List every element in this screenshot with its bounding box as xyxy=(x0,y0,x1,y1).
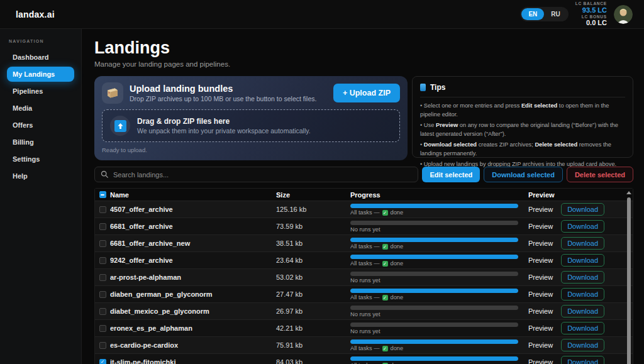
balance-block: LC BALANCE 93.5 LC LC BONUS 0.0 LC xyxy=(575,1,607,26)
download-button[interactable]: Download xyxy=(561,220,604,233)
preview-button[interactable]: Preview xyxy=(528,240,553,247)
preview-button[interactable]: Preview xyxy=(528,256,553,264)
landing-progress: No runs yet xyxy=(350,323,528,334)
bonus-label: LC BONUS xyxy=(575,14,607,19)
dropzone-title: Drag & drop ZIP files here xyxy=(137,117,311,126)
sidebar-item-media[interactable]: Media xyxy=(7,101,74,116)
upload-zip-button[interactable]: + Upload ZIP xyxy=(333,84,400,102)
lang-ru-button[interactable]: RU xyxy=(544,8,567,20)
landing-name: it-slim-pe-fitomichki xyxy=(110,358,276,364)
download-button[interactable]: Download xyxy=(561,305,604,317)
sidebar-item-billing[interactable]: Billing xyxy=(7,135,74,150)
landing-progress: All tasks —✓done xyxy=(350,356,528,364)
preview-button[interactable]: Preview xyxy=(528,290,553,298)
table-row[interactable]: eronex_es_pe_alphaman 42.21 kb No runs y… xyxy=(95,320,633,337)
upload-title: Upload landing bundles xyxy=(130,84,327,94)
sidebar-item-offers[interactable]: Offers xyxy=(7,118,74,133)
landing-progress: All tasks —✓done xyxy=(350,255,528,267)
table-body: 4507_offer_archive 125.16 kb All tasks —… xyxy=(95,201,633,364)
progress-bar xyxy=(350,356,518,361)
download-button[interactable]: Download xyxy=(561,322,604,334)
sidebar-item-settings[interactable]: Settings xyxy=(7,152,74,167)
search-input[interactable] xyxy=(94,167,418,182)
download-button[interactable]: Download xyxy=(561,339,604,351)
row-checkbox[interactable] xyxy=(99,223,106,230)
landing-size: 38.51 kb xyxy=(276,240,350,247)
preview-button[interactable]: Preview xyxy=(528,324,553,332)
toolbar: Edit selected Download selected Delete s… xyxy=(94,167,633,182)
delete-selected-button[interactable]: Delete selected xyxy=(567,167,633,182)
table-row[interactable]: 9242_offer_archive 23.64 kb All tasks —✓… xyxy=(95,252,633,269)
table-row[interactable]: diabet_mexico_pe_glyconorm 26.97 kb No r… xyxy=(95,303,633,320)
tips-list: Select one or more entries and press Edi… xyxy=(420,102,625,168)
table-scrollbar[interactable] xyxy=(626,189,631,364)
table-row[interactable]: 6681_offer_archive_new 38.51 kb All task… xyxy=(95,235,633,252)
landing-progress: All tasks —✓done xyxy=(350,339,528,351)
row-checkbox[interactable] xyxy=(99,206,106,213)
landing-progress: All tasks —✓done xyxy=(350,204,528,216)
landing-actions: Preview Download xyxy=(528,271,625,284)
row-checkbox[interactable] xyxy=(99,291,106,298)
preview-button[interactable]: Preview xyxy=(528,307,553,315)
landing-actions: Preview Download xyxy=(528,237,625,250)
column-header-preview[interactable]: Preview xyxy=(528,191,625,199)
preview-button[interactable]: Preview xyxy=(528,273,553,281)
row-checkbox[interactable] xyxy=(99,342,106,349)
table-row[interactable]: 6681_offer_archive 73.59 kb No runs yet … xyxy=(95,218,633,235)
done-check-icon: ✓ xyxy=(382,346,388,351)
download-selected-button[interactable]: Download selected xyxy=(484,167,563,182)
column-header-name[interactable]: Name xyxy=(110,191,276,199)
done-check-icon: ✓ xyxy=(382,261,388,267)
row-checkbox[interactable] xyxy=(99,308,106,315)
progress-bar xyxy=(350,339,518,344)
upload-subtitle: Drop ZIP archives up to 100 MB or use th… xyxy=(130,95,327,102)
row-checkbox[interactable] xyxy=(99,359,106,364)
page-title: Landings xyxy=(94,38,633,58)
download-button[interactable]: Download xyxy=(561,288,604,301)
preview-button[interactable]: Preview xyxy=(528,341,553,349)
language-switch[interactable]: EN RU xyxy=(520,7,568,21)
preview-button[interactable]: Preview xyxy=(528,223,553,230)
preview-button[interactable]: Preview xyxy=(528,358,553,364)
table-row[interactable]: 4507_offer_archive 125.16 kb All tasks —… xyxy=(95,201,633,218)
table-row[interactable]: it-slim-pe-fitomichki 84.03 kb All tasks… xyxy=(95,354,633,364)
progress-bar xyxy=(350,306,518,310)
column-header-size[interactable]: Size xyxy=(276,191,350,199)
landing-size: 53.02 kb xyxy=(276,273,350,281)
landing-name: diabet_mexico_pe_glyconorm xyxy=(110,307,276,315)
avatar[interactable] xyxy=(614,5,633,24)
landing-name: 4507_offer_archive xyxy=(110,206,276,213)
sidebar-item-my-landings[interactable]: My Landings xyxy=(7,67,74,82)
table-row[interactable]: ar-prost-pe-alphaman 53.02 kb No runs ye… xyxy=(95,269,633,286)
preview-button[interactable]: Preview xyxy=(528,206,553,213)
select-all-checkbox[interactable] xyxy=(99,191,106,198)
table-row[interactable]: es-cardio-pe-cardiox 75.91 kb All tasks … xyxy=(95,337,633,354)
sidebar-item-pipelines[interactable]: Pipelines xyxy=(7,84,74,99)
upload-arrow-icon xyxy=(110,116,130,136)
download-button[interactable]: Download xyxy=(561,356,604,364)
progress-status: No runs yet xyxy=(350,312,518,317)
download-button[interactable]: Download xyxy=(561,271,604,284)
progress-status: All tasks —✓done xyxy=(350,346,518,351)
download-button[interactable]: Download xyxy=(561,237,604,250)
progress-status: No runs yet xyxy=(350,227,518,233)
column-header-progress[interactable]: Progress xyxy=(350,191,528,199)
edit-selected-button[interactable]: Edit selected xyxy=(422,167,480,182)
landing-name: eronex_es_pe_alphaman xyxy=(110,324,276,332)
row-checkbox[interactable] xyxy=(99,325,106,332)
dropzone[interactable]: Drag & drop ZIP files here We unpack the… xyxy=(102,109,400,142)
row-checkbox[interactable] xyxy=(99,257,106,264)
download-button[interactable]: Download xyxy=(561,203,604,216)
sidebar-item-dashboard[interactable]: Dashboard xyxy=(7,50,74,65)
progress-status: All tasks —✓done xyxy=(350,210,518,216)
table-row[interactable]: diaben_german_pe_glyconorm 27.47 kb All … xyxy=(95,286,633,303)
lang-en-button[interactable]: EN xyxy=(521,8,544,20)
row-checkbox[interactable] xyxy=(99,240,106,247)
row-checkbox[interactable] xyxy=(99,274,106,281)
sidebar-item-help[interactable]: Help xyxy=(7,168,74,184)
landing-name: ar-prost-pe-alphaman xyxy=(110,273,276,281)
scrollbar-thumb[interactable] xyxy=(627,197,631,364)
landing-size: 125.16 kb xyxy=(276,206,350,213)
download-button[interactable]: Download xyxy=(561,254,604,267)
scrollbar-up-arrow-icon[interactable] xyxy=(626,191,631,194)
